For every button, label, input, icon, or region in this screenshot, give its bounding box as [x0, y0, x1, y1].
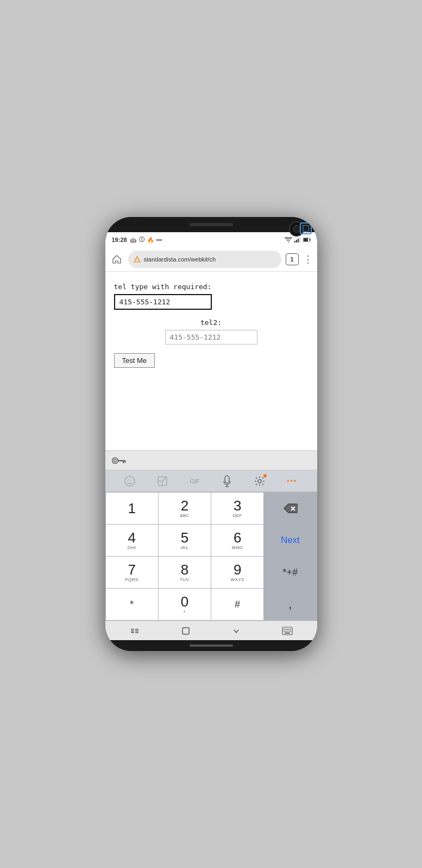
settings-notification-dot	[263, 474, 267, 477]
key-3[interactable]: 3 DEF	[211, 493, 263, 524]
key-next[interactable]: Next	[264, 525, 316, 556]
browser-chrome: ! standardista.com/webkit/ch 1 ⋮	[105, 247, 317, 272]
home-nav-button[interactable]	[175, 623, 197, 639]
key-star[interactable]: *	[106, 589, 158, 620]
key-hash[interactable]: #	[211, 589, 263, 620]
back-nav-button[interactable]	[124, 623, 146, 639]
svg-rect-5	[310, 239, 311, 241]
key-5[interactable]: 5 JKL	[159, 525, 211, 556]
svg-point-15	[131, 480, 132, 481]
key-2[interactable]: 2 ABC	[159, 493, 211, 524]
phone-screen: 19:28 🤖 ⓘ 🔥 •••	[105, 232, 317, 640]
svg-rect-10	[118, 460, 125, 462]
status-left: 19:28 🤖 ⓘ 🔥 •••	[112, 236, 162, 244]
tel2-input[interactable]	[165, 330, 257, 344]
home-indicator	[190, 644, 233, 647]
next-label: Next	[281, 535, 300, 546]
key-4[interactable]: 4 GHI	[106, 525, 158, 556]
tel-required-group: tel type with required:	[114, 283, 308, 310]
firefox-icon: 🔥	[147, 237, 154, 243]
backspace-icon	[282, 503, 298, 514]
warning-triangle-icon: !	[134, 256, 141, 263]
notch-area	[105, 217, 317, 232]
test-button-container: Test Me	[114, 353, 308, 368]
browser-menu-button[interactable]: ⋮	[303, 254, 313, 264]
phone-shell: 19:28 🤖 ⓘ 🔥 •••	[105, 217, 317, 651]
more-toolbar-button[interactable]: •••	[284, 473, 300, 489]
svg-point-14	[128, 480, 129, 481]
info-icon: ⓘ	[139, 236, 144, 244]
key-0[interactable]: 0 +	[159, 589, 211, 620]
browser-home-button[interactable]	[110, 252, 124, 266]
screenshot-indicator	[300, 222, 312, 234]
key-7[interactable]: 7 PQRS	[106, 557, 158, 588]
keyboard-nav-button[interactable]	[276, 623, 298, 639]
bottom-nav	[105, 621, 317, 640]
key-backspace[interactable]	[264, 493, 316, 524]
key-1[interactable]: 1	[106, 493, 158, 524]
svg-rect-6	[304, 238, 308, 241]
key-comma[interactable]: ,	[264, 589, 316, 620]
settings-toolbar-button[interactable]	[251, 473, 268, 489]
key-6[interactable]: 6 MNO	[211, 525, 263, 556]
microphone-toolbar-button[interactable]	[219, 473, 235, 489]
tel-required-input[interactable]	[114, 294, 212, 310]
svg-rect-12	[124, 461, 126, 463]
address-bar[interactable]: ! standardista.com/webkit/ch	[128, 251, 281, 268]
signal-icon	[294, 237, 301, 242]
key-8[interactable]: 8 TUV	[159, 557, 211, 588]
status-right	[285, 237, 311, 242]
tel2-group: tel2:	[114, 318, 308, 344]
web-content: tel type with required: tel2: Test Me	[105, 272, 317, 450]
home-icon	[112, 254, 122, 264]
wifi-icon	[285, 237, 292, 242]
home-bar	[105, 640, 317, 651]
android-icon: 🤖	[130, 237, 136, 243]
sticker-toolbar-button[interactable]	[154, 473, 171, 489]
key-icon	[112, 456, 127, 465]
more-status-icon: •••	[156, 237, 162, 243]
svg-point-13	[125, 476, 135, 486]
svg-point-20	[258, 480, 261, 483]
svg-rect-29	[182, 628, 189, 634]
tab-count-button[interactable]: 1	[286, 253, 299, 265]
speaker	[190, 223, 233, 226]
test-me-button[interactable]: Test Me	[114, 353, 155, 368]
svg-rect-0	[294, 241, 295, 242]
svg-rect-2	[298, 239, 299, 242]
svg-point-9	[114, 459, 116, 462]
svg-text:!: !	[136, 258, 137, 261]
tel2-label: tel2:	[200, 318, 222, 327]
svg-point-8	[112, 457, 118, 463]
down-nav-button[interactable]	[225, 623, 247, 639]
svg-rect-3	[299, 238, 300, 242]
svg-rect-17	[225, 476, 229, 483]
gif-toolbar-button[interactable]: GIF	[187, 473, 203, 489]
password-bar	[105, 451, 317, 470]
tel-required-label: tel type with required:	[114, 283, 308, 291]
emoji-toolbar-button[interactable]	[122, 473, 138, 489]
numpad: 1 2 ABC 3 DEF	[105, 492, 317, 621]
url-text: standardista.com/webkit/ch	[144, 256, 216, 263]
status-bar: 19:28 🤖 ⓘ 🔥 •••	[105, 232, 317, 247]
keyboard-area: GIF	[105, 470, 317, 640]
battery-icon	[303, 238, 311, 242]
keyboard-toolbar: GIF	[105, 470, 317, 492]
svg-rect-11	[123, 461, 124, 463]
key-special[interactable]: *+#	[264, 557, 316, 588]
time-display: 19:28	[112, 237, 127, 243]
key-9[interactable]: 9 WXYZ	[211, 557, 263, 588]
svg-rect-1	[296, 240, 297, 242]
